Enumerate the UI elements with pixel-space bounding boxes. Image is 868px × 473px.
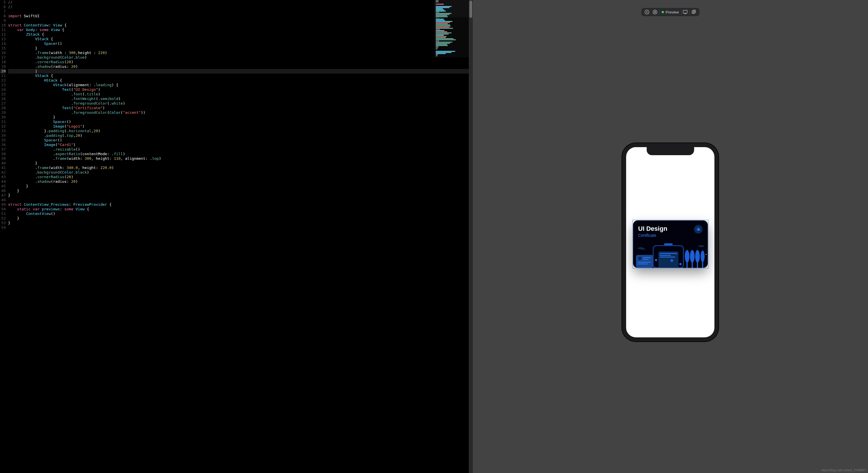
preview-status-dot [661,11,664,13]
code-line[interactable]: .background(Color.blue) [8,55,469,60]
line-number: 21 [0,74,6,78]
line-number: 54 [0,225,6,230]
line-number: 44 [0,179,6,184]
line-number: 5 [0,0,6,5]
line-number: 24 [0,87,6,92]
line-number-gutter: 5678910111213141516171819202122232425262… [0,0,8,473]
code-line[interactable]: Text("Certificate") [8,106,469,110]
code-line[interactable]: .padding(.top,20) [8,133,469,138]
svg-rect-14 [659,257,675,258]
code-line[interactable]: } [8,189,469,193]
code-line[interactable]: .frame(width : 300,height : 220) [8,50,469,55]
code-line[interactable]: struct ContentView_Previews: PreviewProv… [8,202,469,207]
scrollbar-thumb[interactable] [469,1,472,18]
code-line[interactable]: .cornerRadius(20) [8,60,469,64]
line-number: 47 [0,193,6,198]
live-preview-play-button[interactable] [643,8,651,16]
phone-notch [647,146,694,155]
line-number: 23 [0,83,6,87]
code-line[interactable] [8,19,469,23]
svg-rect-4 [683,10,687,13]
line-number: 9 [0,19,6,23]
code-line[interactable]: } [8,46,469,50]
code-line[interactable]: } [8,193,469,198]
code-line[interactable]: .aspectRatio(contentMode: .fill) [8,152,469,156]
code-line[interactable]: VStack(alignment: .leading) { [8,83,469,87]
code-line[interactable]: ContentView() [8,211,469,216]
code-line[interactable]: VStack { [8,74,469,78]
code-line[interactable]: HStack { [8,78,469,83]
preview-content[interactable]: UI Design Certificate [633,221,708,268]
line-number: 12 [0,32,6,37]
code-line[interactable]: } [8,216,469,221]
code-line[interactable]: import SwiftUI [8,14,469,19]
preview-pin-button[interactable] [651,8,659,16]
code-line[interactable]: VStack { [8,37,469,41]
line-number: 36 [0,142,6,147]
line-number: 13 [0,37,6,41]
code-line[interactable]: struct ContentView: View { [8,23,469,28]
svg-point-30 [706,254,706,255]
code-line[interactable]: | [8,69,469,74]
line-number: 26 [0,97,6,101]
code-line[interactable]: Spacer() [8,138,469,142]
duplicate-preview-button[interactable] [690,8,698,16]
line-number: 25 [0,92,6,97]
code-line[interactable]: .font(.title) [8,92,469,97]
minimap[interactable] [434,0,469,58]
code-line[interactable]: Text("UI Design") [8,87,469,92]
code-line[interactable]: Spacer() [8,120,469,124]
design-card: UI Design Certificate [633,221,708,268]
line-number: 17 [0,55,6,60]
line-number: 10 [0,23,6,28]
code-line[interactable]: Image("Logo1") [8,124,469,129]
code-line[interactable]: static var previews: some View { [8,207,469,211]
code-line[interactable]: .foregroundColor(.white) [8,101,469,106]
line-number: 53 [0,221,6,225]
code-line[interactable]: } [8,221,469,225]
line-number: 14 [0,41,6,46]
device-settings-button[interactable] [681,8,689,16]
svg-rect-16 [636,255,653,268]
code-line[interactable]: .frame(width: 340.0, height: 220.0) [8,166,469,170]
svg-rect-18 [643,257,651,258]
card-title: UI Design [638,225,667,233]
code-line[interactable]: var body: some View { [8,28,469,32]
svg-rect-25 [692,262,693,268]
code-line[interactable]: } [8,184,469,189]
code-line[interactable]: } [8,161,469,166]
code-line[interactable] [8,9,469,14]
code-line[interactable]: .foregroundColor(Color("accent")) [8,110,469,115]
line-number: 31 [0,120,6,124]
code-line[interactable]: Spacer() [8,41,469,46]
code-line[interactable]: .fontWeight(.semibold) [8,97,469,101]
code-line[interactable]: }.padding(.horizontal,20) [8,129,469,133]
line-number: 38 [0,152,6,156]
svg-point-24 [690,250,694,263]
code-line[interactable]: .frame(width: 300, height: 110, alignmen… [8,156,469,161]
code-line[interactable]: .shadow(radius: 20) [8,179,469,184]
code-line[interactable]: .background(Color.black) [8,170,469,175]
code-line[interactable]: // [8,5,469,9]
code-line[interactable]: Image("Card1") [8,142,469,147]
svg-rect-13 [659,255,671,256]
line-number: 51 [0,211,6,216]
code-line[interactable]: .shadow(radius: 20) [8,64,469,69]
code-line[interactable] [8,225,469,230]
code-line[interactable]: // [8,0,469,5]
code-line[interactable]: .resizable() [8,147,469,152]
vertical-scrollbar[interactable] [469,0,473,473]
line-number: 39 [0,156,6,161]
line-number: 34 [0,133,6,138]
line-number: 50 [0,207,6,211]
code-line[interactable]: } [8,115,469,120]
svg-point-32 [679,263,682,265]
line-number: 33 [0,129,6,133]
svg-point-22 [685,250,689,263]
line-number: 35 [0,138,6,142]
code-area[interactable]: ////import SwiftUIstruct ContentView: Vi… [8,0,469,473]
code-line[interactable] [8,198,469,202]
code-line[interactable]: .cornerRadius(20) [8,175,469,179]
minimap-viewport[interactable] [435,0,469,17]
code-line[interactable]: ZStack { [8,32,469,37]
